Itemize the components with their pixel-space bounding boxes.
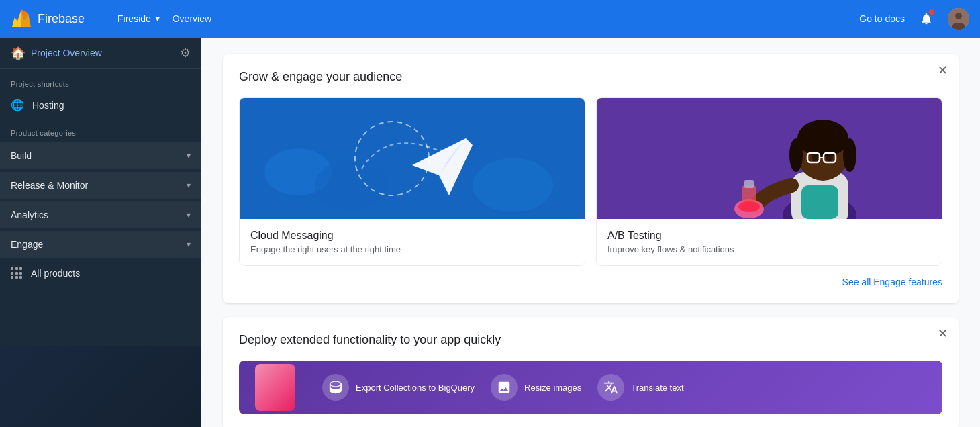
grow-engage-title: Grow & engage your audience <box>239 70 942 84</box>
svg-point-10 <box>473 158 553 212</box>
analytics-label: Analytics <box>11 209 48 220</box>
release-monitor-chevron-icon: ▾ <box>187 181 191 190</box>
image-icon <box>497 380 511 395</box>
product-categories-label: Product categories <box>0 118 201 141</box>
cloud-messaging-desc: Engage the right users at the right time <box>250 244 574 254</box>
topbar-project-selector[interactable]: Fireside ▼ <box>117 13 162 24</box>
grow-engage-close-button[interactable]: ✕ <box>938 64 948 77</box>
cloud-messaging-card[interactable]: Cloud Messaging Engage the right users a… <box>239 97 585 266</box>
deploy-features-banner: Export Collections to BigQuery Resize im… <box>239 361 942 414</box>
sidebar-item-build[interactable]: Build ▾ <box>0 142 201 169</box>
svg-point-4 <box>955 13 962 19</box>
deploy-card: ✕ Deploy extended functionality to your … <box>223 317 959 427</box>
svg-point-22 <box>812 154 818 162</box>
notifications-button[interactable] <box>916 8 937 30</box>
settings-icon[interactable]: ⚙ <box>180 46 191 60</box>
svg-point-30 <box>738 201 760 212</box>
project-dropdown-arrow-icon: ▼ <box>154 14 162 23</box>
bigquery-label: Export Collections to BigQuery <box>356 383 475 393</box>
translate-label: Translate text <box>631 383 683 393</box>
sidebar-decoration <box>0 346 201 427</box>
sidebar-item-all-products[interactable]: All products <box>0 259 201 287</box>
deploy-feature-bigquery: Export Collections to BigQuery <box>322 374 475 401</box>
grow-engage-card: ✕ Grow & engage your audience <box>223 54 959 303</box>
sidebar-item-engage[interactable]: Engage ▾ <box>0 231 201 258</box>
database-icon <box>328 380 343 395</box>
cloud-messaging-name: Cloud Messaging <box>250 230 574 242</box>
firebase-title: Firebase <box>38 12 85 26</box>
build-label: Build <box>11 150 32 161</box>
project-name: Fireside <box>117 13 151 24</box>
svg-point-19 <box>797 120 848 157</box>
notification-badge <box>929 9 934 15</box>
hosting-icon: 🌐 <box>11 99 24 111</box>
deploy-title: Deploy extended functionality to your ap… <box>239 333 942 347</box>
cloud-messaging-info: Cloud Messaging Engage the right users a… <box>240 219 585 265</box>
topbar-brand: Firebase <box>11 8 85 30</box>
deploy-close-button[interactable]: ✕ <box>938 328 948 340</box>
engage-label: Engage <box>11 239 43 250</box>
firebase-logo-icon <box>11 8 32 30</box>
sidebar-item-hosting[interactable]: 🌐 Hosting <box>0 92 201 118</box>
ab-testing-desc: Improve key flows & notifications <box>607 244 931 254</box>
home-icon: 🏠 <box>11 46 26 60</box>
ab-testing-illustration <box>597 98 942 219</box>
build-chevron-icon: ▾ <box>187 151 191 160</box>
sidebar-item-release-monitor[interactable]: Release & Monitor ▾ <box>0 172 201 199</box>
svg-rect-29 <box>744 180 754 188</box>
sidebar-item-analytics[interactable]: Analytics ▾ <box>0 201 201 228</box>
svg-point-11 <box>355 122 429 195</box>
user-avatar[interactable] <box>948 8 969 30</box>
sidebar: 🏠 Project Overview ⚙ Project shortcuts 🌐… <box>0 38 201 427</box>
project-shortcuts-label: Project shortcuts <box>0 69 201 92</box>
release-monitor-label: Release & Monitor <box>11 180 88 191</box>
resize-label: Resize images <box>524 383 581 393</box>
resize-icon <box>491 374 518 401</box>
deploy-feature-translate: Translate text <box>597 374 683 401</box>
analytics-chevron-icon: ▾ <box>187 210 191 220</box>
translate-icon-svg <box>603 380 618 395</box>
svg-point-23 <box>826 154 833 162</box>
ab-testing-name: A/B Testing <box>607 230 931 242</box>
main-layout: 🏠 Project Overview ⚙ Project shortcuts 🌐… <box>0 38 980 427</box>
svg-marker-2 <box>12 9 21 27</box>
engage-chevron-icon: ▾ <box>187 240 191 249</box>
deploy-card-art <box>255 364 295 411</box>
cloud-messaging-image <box>240 98 585 219</box>
product-grid: Cloud Messaging Engage the right users a… <box>239 97 942 266</box>
topbar-overview-label: Overview <box>173 13 211 24</box>
cloud-messaging-illustration <box>240 98 585 219</box>
deploy-feature-resize: Resize images <box>491 374 581 401</box>
hosting-label: Hosting <box>32 100 64 111</box>
translate-icon <box>597 374 624 401</box>
ab-testing-card[interactable]: A/B Testing Improve key flows & notifica… <box>596 97 942 266</box>
svg-rect-17 <box>801 185 838 219</box>
svg-point-20 <box>789 138 803 172</box>
svg-point-21 <box>843 138 856 172</box>
bigquery-icon <box>322 374 349 401</box>
all-products-label: All products <box>31 268 80 279</box>
svg-point-8 <box>315 160 389 211</box>
ab-testing-image <box>597 98 942 219</box>
sidebar-project-header: 🏠 Project Overview ⚙ <box>0 38 201 69</box>
go-to-docs-button[interactable]: Go to docs <box>859 13 905 24</box>
sidebar-project-title[interactable]: Project Overview <box>31 48 175 58</box>
grid-icon <box>11 267 23 279</box>
ab-testing-info: A/B Testing Improve key flows & notifica… <box>597 219 942 265</box>
main-content: ✕ Grow & engage your audience <box>201 38 980 427</box>
see-all-engage-link[interactable]: See all Engage features <box>239 277 942 287</box>
avatar-icon <box>948 8 969 30</box>
topbar-actions: Go to docs <box>859 8 969 30</box>
topbar: Firebase Fireside ▼ Overview Go to docs <box>0 0 980 38</box>
topbar-divider <box>101 8 101 30</box>
